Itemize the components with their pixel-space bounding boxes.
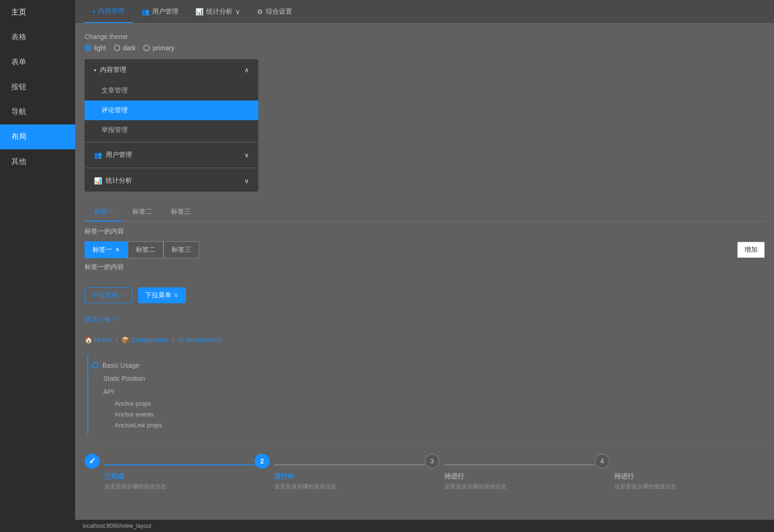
breadcrumb: 🏠 Home / 📦 Components / 🏷 Breadcrumb xyxy=(85,332,765,347)
step-item-3: 3 待进行 这里是该步骤的描述信息 xyxy=(425,454,595,491)
anchor-item-static[interactable]: Static Position xyxy=(92,372,765,385)
step-circle-3: 3 xyxy=(425,454,440,469)
sidebar-item-table[interactable]: 表格 xyxy=(0,25,75,50)
radio-light[interactable] xyxy=(85,45,91,51)
step-header-4: 4 xyxy=(595,454,765,469)
stats-icon: 📊 xyxy=(195,8,203,15)
topnav-stats[interactable]: 📊 统计分析 ∨ xyxy=(187,0,248,23)
menu-panel: ▪ 内容管理 ∧ 文章管理 评论管理 举报管理 👥 用户管理 ∨ xyxy=(85,59,258,192)
theme-label: Change theme xyxy=(85,33,765,40)
components-icon: 📦 xyxy=(121,336,129,344)
sidebar-item-form[interactable]: 表单 xyxy=(0,50,75,75)
step-info-1: 已完成 这里是该步骤的描述信息 xyxy=(85,472,166,491)
user-section-icon: 👥 xyxy=(94,151,102,159)
step-circle-1: ✓ xyxy=(85,454,100,469)
sidebar-item-layout[interactable]: 布局 xyxy=(0,124,75,149)
step-desc-1: 这里是该步骤的描述信息 xyxy=(104,483,166,491)
anchor-item-basic[interactable]: Basic Usage xyxy=(92,359,765,372)
tab-buttons-row: 标签一 ✕ 标签二 标签三 增加 xyxy=(85,241,765,258)
tab-nav: 标签一 标签二 标签三 xyxy=(85,203,765,222)
menu-section-user[interactable]: 👥 用户管理 ∨ xyxy=(85,144,258,166)
step-header-3: 3 xyxy=(425,454,595,469)
breadcrumb-current[interactable]: 🏷 Breadcrumb xyxy=(178,336,222,344)
dropdown-arrow-icon: ∨ xyxy=(235,8,240,15)
user-mgmt-icon: 👥 xyxy=(141,8,149,15)
step-info-2: 进行中 这里是该步骤的描述信息 xyxy=(255,472,336,491)
sidebar-item-other[interactable]: 其他 xyxy=(0,149,75,174)
tab-btn-2[interactable]: 标签二 xyxy=(128,241,163,258)
content-mgmt-icon: ▪ xyxy=(93,8,95,15)
anchor-item-api[interactable]: API xyxy=(92,385,765,398)
menu-section-content[interactable]: ▪ 内容管理 ∧ xyxy=(85,59,258,81)
step-title-1: 已完成 xyxy=(104,472,166,481)
step-desc-4: 这里是该步骤的描述信息 xyxy=(614,483,676,491)
tabs-section: 标签一 标签二 标签三 标签一的内容 标签一 ✕ 标签二 标签三 增加 标签一的… xyxy=(85,203,765,276)
dropdown-btn-outline[interactable]: 下拉菜单 ∨ xyxy=(85,287,132,303)
anchor-section: Basic Usage Static Position API Anchor p… xyxy=(85,355,765,434)
radio-dark[interactable] xyxy=(114,45,120,51)
main-content: ▪ 内容管理 👥 用户管理 📊 统计分析 ∨ ⚙ 综合设置 Change the… xyxy=(75,0,774,532)
breadcrumb-sep-2: / xyxy=(172,336,174,344)
steps-section: ✓ 已完成 这里是该步骤的描述信息 2 进行中 这里是该步骤的描述信息 xyxy=(85,446,765,498)
step-title-2: 进行中 xyxy=(274,472,336,481)
theme-option-primary[interactable]: primary xyxy=(143,44,175,52)
anchor-sub-link-props[interactable]: AnchorLink props xyxy=(92,420,765,431)
breadcrumb-icon: 🏷 xyxy=(178,336,185,344)
home-icon: 🏠 xyxy=(85,336,93,344)
theme-option-light[interactable]: light xyxy=(85,44,106,52)
tab-nav-2[interactable]: 标签二 xyxy=(123,203,162,222)
content-section-icon: ▪ xyxy=(94,66,96,74)
theme-options: light dark primary xyxy=(85,44,765,52)
tab-nav-3[interactable]: 标签三 xyxy=(162,203,200,222)
breadcrumb-sep-1: / xyxy=(116,336,117,344)
breadcrumb-components[interactable]: 📦 Components xyxy=(121,336,168,344)
sidebar-item-nav[interactable]: 导航 xyxy=(0,100,75,124)
step-item-2: 2 进行中 这里是该步骤的描述信息 xyxy=(255,454,425,491)
topnav-content-mgmt[interactable]: ▪ 内容管理 xyxy=(85,0,133,23)
top-nav: ▪ 内容管理 👥 用户管理 📊 统计分析 ∨ ⚙ 综合设置 xyxy=(75,0,774,23)
anchor-sub-events[interactable]: Anchor events xyxy=(92,409,765,420)
content-area: Change theme light dark primary xyxy=(75,23,774,520)
radio-primary[interactable] xyxy=(143,45,150,51)
step-line-3 xyxy=(444,464,595,465)
step-desc-2: 这里是该步骤的描述信息 xyxy=(274,483,336,491)
check-icon: ✓ xyxy=(89,456,96,466)
topnav-settings[interactable]: ⚙ 综合设置 xyxy=(248,0,301,23)
step-item-1: ✓ 已完成 这里是该步骤的描述信息 xyxy=(85,454,255,491)
step-circle-2: 2 xyxy=(255,454,270,469)
step-line-1 xyxy=(104,464,255,465)
url-display: localhost:8080/iview_layout xyxy=(83,523,151,529)
tab-btn-1[interactable]: 标签一 ✕ xyxy=(85,241,128,258)
step-header-2: 2 xyxy=(255,454,425,469)
theme-option-dark[interactable]: dark xyxy=(114,44,136,52)
step-header-1: ✓ xyxy=(85,454,255,469)
add-tab-button[interactable]: 增加 xyxy=(737,242,765,258)
tab-nav-1[interactable]: 标签一 xyxy=(85,203,123,222)
collapse-icon: ∧ xyxy=(244,66,249,74)
menu-section-stats[interactable]: 📊 统计分析 ∨ xyxy=(85,170,258,192)
anchor-sub-props[interactable]: Anchor props xyxy=(92,398,765,409)
tab-close-icon[interactable]: ✕ xyxy=(115,247,120,253)
anchor-dot xyxy=(92,362,99,369)
breadcrumb-small[interactable]: 北京小兔 ∨ xyxy=(85,316,765,324)
tab-btn-3[interactable]: 标签三 xyxy=(163,241,199,258)
sidebar-item-home[interactable]: 主页 xyxy=(0,0,75,25)
menu-item-report[interactable]: 举报管理 xyxy=(85,120,258,140)
tab-content-label: 标签一的内容 xyxy=(85,222,765,241)
inner-tab-content: 标签一的内容 xyxy=(85,258,765,276)
sidebar-item-button[interactable]: 按钮 xyxy=(0,75,75,100)
stats-section-icon: 📊 xyxy=(94,177,102,185)
breadcrumb-home[interactable]: 🏠 Home xyxy=(85,336,112,344)
topnav-user-mgmt[interactable]: 👥 用户管理 xyxy=(133,0,187,23)
menu-item-article[interactable]: 文章管理 xyxy=(85,81,258,100)
step-info-3: 待进行 这里是该步骤的描述信息 xyxy=(425,472,506,491)
sidebar: 主页 表格 表单 按钮 导航 布局 其他 xyxy=(0,0,75,532)
dropdown-btn-filled[interactable]: 下拉菜单 ∨ xyxy=(138,287,186,303)
step-circle-4: 4 xyxy=(595,454,610,469)
step-title-3: 待进行 xyxy=(444,472,506,481)
theme-section: Change theme light dark primary xyxy=(85,33,765,52)
menu-item-comment[interactable]: 评论管理 xyxy=(85,100,258,120)
bottom-bar: localhost:8080/iview_layout xyxy=(75,520,774,532)
step-title-4: 待进行 xyxy=(614,472,676,481)
settings-icon: ⚙ xyxy=(257,8,263,15)
